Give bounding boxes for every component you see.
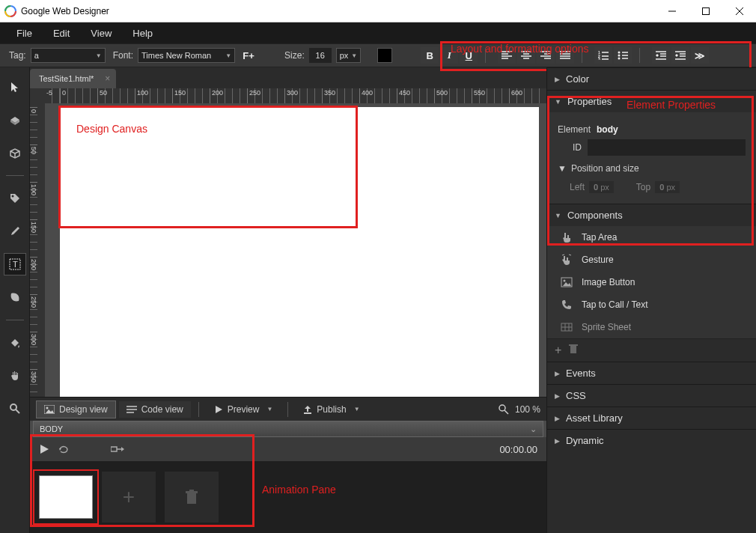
chevron-down-icon: ▼ [225, 52, 231, 59]
indent-button[interactable] [671, 47, 689, 64]
font-select[interactable]: Times New Roman▼ [138, 48, 235, 63]
close-button[interactable] [722, 0, 756, 22]
top-input[interactable]: 0 px [655, 181, 680, 193]
paint-tool[interactable] [4, 332, 25, 353]
ruler-mark: 200 [30, 257, 37, 294]
tag-tool[interactable] [4, 188, 25, 209]
svg-rect-81 [569, 344, 578, 346]
chevron-down-icon: ▼ [558, 163, 567, 174]
size-input[interactable] [309, 48, 332, 63]
italic-button[interactable]: I [440, 47, 458, 64]
panel-components-label: Components [567, 210, 623, 221]
component-item[interactable]: Image Button [547, 271, 756, 293]
document-tab[interactable]: TestSite1.html* × [30, 69, 116, 88]
chevron-down-icon: ▼ [96, 52, 102, 59]
panel-asset-library[interactable]: ▶Asset Library [547, 406, 756, 429]
menu-help[interactable]: Help [122, 25, 163, 42]
ruler-mark: 100 [30, 182, 37, 219]
hand-tool[interactable] [4, 365, 25, 386]
component-item[interactable]: Tap to Call / Text [547, 293, 756, 316]
overflow-button[interactable]: ≫ [691, 47, 709, 64]
panel-css[interactable]: ▶CSS [547, 384, 756, 406]
zoom-value[interactable]: 100 % [515, 404, 540, 415]
pen-tool[interactable] [4, 221, 25, 242]
element-label: Element [558, 124, 591, 135]
shape-tool[interactable] [4, 287, 25, 308]
breadcrumb-bar[interactable]: BODY ⌄ [33, 421, 543, 437]
add-component-button[interactable]: + [555, 344, 561, 357]
left-input[interactable]: 0 px [589, 181, 614, 193]
ruler-mark: 300 [284, 88, 322, 103]
align-justify-button[interactable] [556, 47, 574, 64]
panel-events[interactable]: ▶Events [547, 362, 756, 384]
svg-point-52 [10, 404, 16, 410]
text-tool[interactable]: T [4, 254, 25, 275]
preview-button[interactable]: Preview ▼ [207, 401, 281, 418]
size-unit-select[interactable]: px▼ [336, 48, 362, 63]
align-left-button[interactable] [498, 47, 516, 64]
loop-icon[interactable] [58, 445, 70, 454]
unordered-list-button[interactable] [614, 47, 632, 64]
selection-tool[interactable] [4, 76, 25, 97]
phone-icon [561, 299, 573, 311]
maximize-button[interactable] [689, 0, 722, 22]
zoom-tool[interactable] [4, 398, 25, 419]
design-view-button[interactable]: Design view [36, 400, 116, 418]
bold-button[interactable]: B [421, 47, 439, 64]
ruler-mark: 150 [30, 219, 37, 257]
options-bar: Tag: a▼ Font: Times New Roman▼ F+ Size: … [0, 43, 756, 67]
add-font-button[interactable]: F+ [240, 47, 257, 64]
add-keyframe-button[interactable]: + [102, 472, 156, 523]
svg-marker-56 [46, 409, 54, 413]
tag-label: Tag: [9, 50, 26, 61]
close-icon[interactable]: × [105, 73, 110, 84]
menu-edit[interactable]: Edit [43, 25, 80, 42]
document-tabbar: TestSite1.html* × [30, 67, 546, 88]
component-item[interactable]: Tap Area [547, 226, 756, 249]
ruler-mark: 0 [30, 107, 37, 144]
keyframe-thumbnail[interactable] [39, 475, 93, 519]
panel-dynamic[interactable]: ▶Dynamic [547, 429, 756, 451]
menu-view[interactable]: View [80, 25, 122, 42]
position-size-header[interactable]: ▼Position and size [558, 163, 746, 174]
minimize-button[interactable] [655, 0, 689, 22]
ordered-list-button[interactable]: 123 [594, 47, 612, 64]
play-icon [214, 405, 223, 414]
code-view-button[interactable]: Code view [119, 401, 191, 418]
publish-button[interactable]: Publish ▼ [296, 401, 367, 418]
ruler-horizontal: -5 0 50 100 150 200 250 300 350 400 450 … [45, 88, 546, 103]
svg-marker-66 [59, 448, 61, 451]
align-right-button[interactable] [537, 47, 555, 64]
svg-rect-62 [304, 412, 311, 414]
menu-file[interactable]: File [6, 25, 43, 42]
align-center-button[interactable] [517, 47, 535, 64]
svg-marker-75 [563, 282, 571, 286]
svg-point-63 [499, 405, 505, 411]
collapse-icon[interactable]: ⌄ [530, 424, 537, 434]
play-icon[interactable] [39, 444, 49, 454]
timeline-time: 00:00.00 [499, 444, 537, 455]
panel-components[interactable]: ▼Components [547, 204, 756, 226]
panel-color[interactable]: ▶Color [547, 67, 756, 90]
id-input[interactable] [588, 139, 746, 156]
left-toolbar: T [0, 67, 30, 533]
zoom-icon[interactable] [499, 404, 509, 415]
underline-button[interactable]: U [460, 47, 478, 64]
ruler-mark: 550 [472, 88, 509, 103]
svg-marker-37 [656, 54, 659, 55]
easing-icon[interactable] [111, 445, 124, 454]
text-color-swatch[interactable] [377, 48, 392, 63]
svg-rect-67 [111, 447, 117, 451]
outdent-button[interactable] [652, 47, 670, 64]
panel-properties[interactable]: ▼Properties [547, 90, 756, 112]
tab-label: TestSite1.html* [39, 74, 94, 83]
panel-color-label: Color [566, 73, 589, 85]
delete-component-button[interactable] [569, 344, 578, 357]
3d-rotate-tool[interactable] [4, 109, 25, 130]
delete-keyframe-button[interactable] [165, 472, 219, 523]
design-canvas[interactable] [60, 107, 539, 397]
3d-translate-tool[interactable] [4, 142, 25, 163]
component-item[interactable]: Sprite Sheet [547, 316, 756, 338]
tag-select[interactable]: a▼ [31, 48, 106, 63]
component-item[interactable]: Gesture [547, 249, 756, 271]
